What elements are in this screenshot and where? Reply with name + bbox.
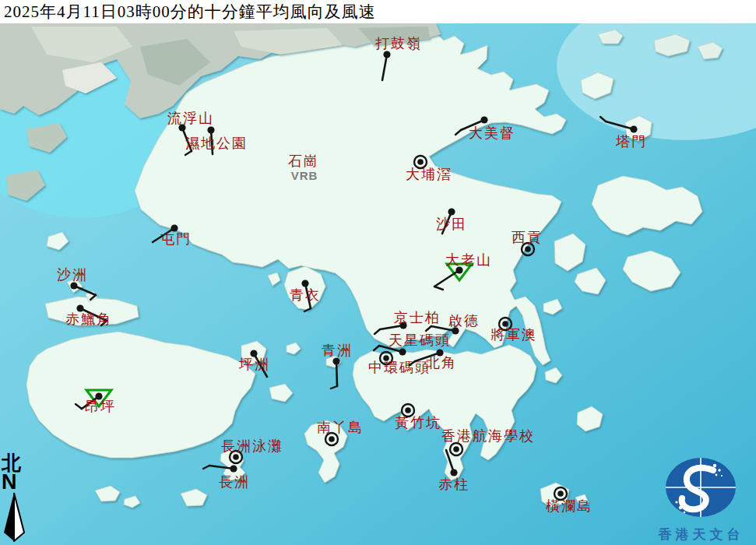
station-label: 沙田: [436, 216, 467, 232]
station-label: 南丫島: [317, 420, 364, 435]
station-label: 大美督: [469, 125, 515, 141]
station-label: 石崗: [288, 153, 319, 169]
station-dot: [230, 465, 237, 472]
station-dot: [480, 116, 487, 123]
station-dot: [417, 159, 424, 165]
station-label: 將軍澳: [491, 327, 537, 343]
station-label: 坪洲: [238, 357, 270, 372]
hko-logo-icon: [646, 450, 756, 519]
title-bar: 2025年4月11日03時00分的十分鐘平均風向及風速: [0, 0, 756, 23]
station-dot: [557, 490, 564, 497]
station-label: 流浮山: [167, 111, 214, 126]
station-label: 長洲泳灘: [221, 438, 283, 454]
wind-barb-staff: [336, 361, 337, 386]
page-title: 2025年4月11日03時00分的十分鐘平均風向及風速: [0, 0, 756, 23]
station-dot: [405, 407, 411, 413]
station-label: 啟德: [448, 313, 480, 329]
station-dot: [453, 446, 459, 452]
station-label: 塔門: [615, 134, 647, 149]
compass-north-letter: N: [2, 472, 28, 492]
station-shek-kong: VRB石崗: [288, 153, 319, 182]
station-label: 大老山: [445, 252, 492, 268]
station-label: 打鼓嶺: [375, 36, 422, 51]
station-label: 青衣: [290, 287, 321, 303]
station-label: 中環碼頭: [368, 360, 431, 375]
station-label: 青洲: [322, 343, 353, 358]
station-label: 西貢: [512, 230, 543, 245]
station-label: 京士柏: [394, 310, 441, 325]
station-dot: [450, 469, 457, 476]
station-label: 濕地公園: [185, 135, 248, 151]
station-dot: [301, 280, 308, 287]
station-dot: [502, 321, 508, 327]
variable-wind-label: VRB: [291, 169, 318, 182]
station-dot: [448, 208, 455, 215]
station-dot: [383, 51, 390, 58]
station-dot: [525, 246, 531, 252]
station-dot: [630, 125, 637, 132]
wind-map-screen: 打鼓嶺流浮山濕地公園VRB石崗大美督塔門大埔滘沙田西貢大老山屯門沙洲赤鱲角青衣京…: [0, 0, 756, 545]
station-label: 昂坪: [85, 399, 116, 414]
station-label: 赤鱲角: [65, 311, 112, 327]
station-label: 黃竹坑: [395, 415, 441, 431]
station-dot: [332, 357, 339, 364]
station-dot: [70, 282, 77, 289]
station-label: 屯門: [160, 231, 192, 247]
station-label: 赤柱: [438, 476, 469, 492]
station-dot: [233, 454, 239, 460]
hko-logo: 香港天文台 HONG KONG OBSERVATORY: [646, 450, 756, 545]
station-dot: [399, 348, 406, 355]
station-label: 大埔滘: [406, 167, 452, 182]
north-arrow-icon: [2, 492, 26, 542]
station-dot: [207, 126, 214, 133]
north-compass: 北 N: [2, 453, 28, 545]
station-label: 天星碼頭: [389, 332, 451, 348]
station-label: 長洲: [219, 474, 250, 490]
station-dot: [329, 436, 335, 442]
hko-name-zh: 香港天文台: [646, 526, 756, 543]
station-label: 香港航海學校: [441, 428, 535, 444]
hong-kong-wind-map: 打鼓嶺流浮山濕地公園VRB石崗大美督塔門大埔滘沙田西貢大老山屯門沙洲赤鱲角青衣京…: [0, 0, 756, 545]
station-label: 橫瀾島: [546, 498, 592, 514]
station-label: 北角: [426, 355, 457, 371]
station-label: 沙洲: [57, 267, 88, 283]
